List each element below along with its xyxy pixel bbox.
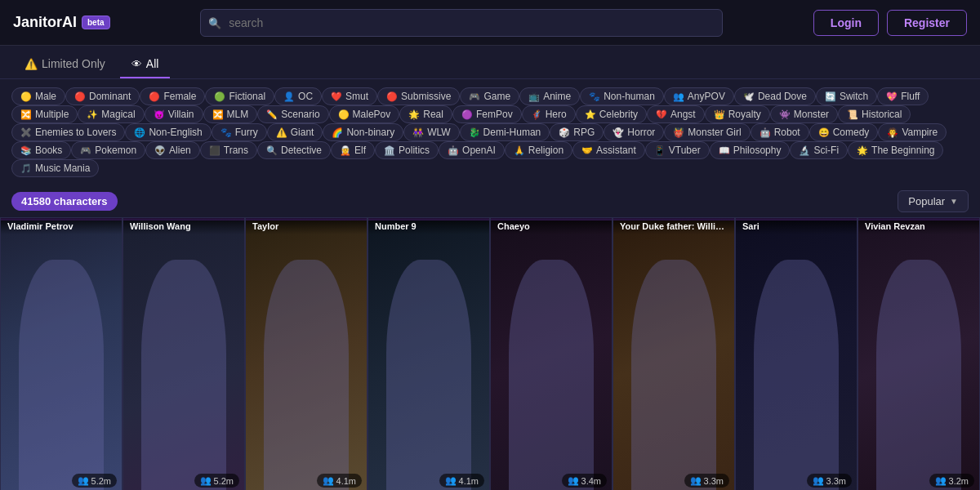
card-stats: 👥 4.1m (317, 474, 362, 488)
tag-philosophy[interactable]: 📖Philosophy (710, 141, 791, 159)
tag-label: Hero (546, 109, 567, 120)
tag-male[interactable]: 🟡Male (11, 87, 65, 105)
tag-wlw[interactable]: 👭WLW (403, 123, 459, 141)
character-card[interactable]: Sari 👥 3.3m (735, 217, 858, 490)
stats-icon: 👥 (568, 475, 579, 486)
tag-the-beginning[interactable]: 🌟The Beginning (848, 141, 943, 159)
tag-label: Switch (840, 91, 868, 102)
tag-switch[interactable]: 🔄Switch (816, 87, 877, 105)
stats-icon: 👥 (813, 475, 824, 486)
tag-rpg[interactable]: 🎲RPG (550, 123, 604, 141)
tag-label: Politics (399, 145, 430, 156)
tag-fluff[interactable]: 💖Fluff (877, 87, 929, 105)
tag-vtuber[interactable]: 📱VTuber (645, 141, 710, 159)
tag-anypov[interactable]: 👥AnyPOV (664, 87, 734, 105)
header-buttons: Login Register (813, 10, 967, 36)
card-character-name: Willison Wang (123, 218, 244, 234)
tab-limited[interactable]: ⚠️ Limited Only (13, 52, 117, 78)
tag-sci-fi[interactable]: 🔬Sci-Fi (790, 141, 848, 159)
tag-mlm[interactable]: 🔀MLM (203, 105, 258, 123)
tag-non-human[interactable]: 🐾Non-human (580, 87, 664, 105)
character-card[interactable]: Chaeyo 👥 3.4m (490, 217, 612, 490)
tag-enemies-to-lovers[interactable]: ✖️Enemies to Lovers (11, 123, 125, 141)
tag-comedy[interactable]: 😄Comedy (809, 123, 879, 141)
tag-villain[interactable]: 😈Villain (145, 105, 203, 123)
cards-area: Vladimir Petrov 👥 5.2m Willison Wang 👥 5… (0, 217, 980, 490)
tag-label: Religion (528, 145, 564, 156)
tag-vampire[interactable]: 🧛Vampire (878, 123, 947, 141)
tag-celebrity[interactable]: ⭐Celebrity (576, 105, 647, 123)
tag-assistant[interactable]: 🤝Assistant (572, 141, 645, 159)
card-bg (491, 218, 612, 490)
tag-non-binary[interactable]: 🌈Non-binary (323, 123, 403, 141)
tag-alien[interactable]: 👽Alien (145, 141, 200, 159)
tag-submissive[interactable]: 🔴Submissive (377, 87, 460, 105)
tag-trans[interactable]: ⬛Trans (200, 141, 257, 159)
tag-horror[interactable]: 👻Horror (604, 123, 664, 141)
card-bg (368, 218, 489, 490)
tag-label: Multiple (35, 109, 69, 120)
tag-emoji: 🐉 (469, 127, 480, 138)
sort-selector[interactable]: Popular ▼ (898, 190, 969, 212)
tag-monster-girl[interactable]: 👹Monster Girl (664, 123, 750, 141)
tag-pokemon[interactable]: 🎮Pokemon (71, 141, 145, 159)
tag-elf[interactable]: 🧝Elf (331, 141, 375, 159)
tag-oc[interactable]: 👤OC (274, 87, 322, 105)
tag-emoji: 👻 (612, 127, 624, 138)
tag-giant[interactable]: ⚠️Giant (267, 123, 323, 141)
tag-emoji: 🟡 (338, 109, 350, 120)
tag-royalty[interactable]: 👑Royalty (705, 105, 770, 123)
search-input[interactable] (200, 9, 723, 37)
character-card[interactable]: Taylor 👥 4.1m (245, 217, 368, 490)
tag-detective[interactable]: 🔍Detective (257, 141, 331, 159)
silhouette (264, 260, 349, 490)
character-card[interactable]: Your Duke father: William V 👥 3.3m (612, 217, 735, 490)
tag-books[interactable]: 📚Books (11, 141, 71, 159)
character-card[interactable]: Vivian Revzan 👥 3.2m (858, 217, 980, 490)
card-character-name: Chaeyo (491, 218, 612, 234)
tag-emoji: 👾 (779, 109, 791, 120)
tag-non-english[interactable]: 🌐Non-English (125, 123, 211, 141)
tag-dominant[interactable]: 🔴Dominant (65, 87, 140, 105)
tag-hero[interactable]: 🦸Hero (522, 105, 576, 123)
tag-label: Male (35, 91, 56, 102)
tag-game[interactable]: 🎮Game (460, 87, 519, 105)
tag-female[interactable]: 🔴Female (140, 87, 205, 105)
character-card[interactable]: Willison Wang 👥 5.2m (122, 217, 245, 490)
tag-music-mania[interactable]: 🎵Music Mania (11, 159, 99, 177)
tag-furry[interactable]: 🐾Furry (212, 123, 267, 141)
tag-monster[interactable]: 👾Monster (770, 105, 838, 123)
tag-magical[interactable]: ✨Magical (78, 105, 144, 123)
tag-emoji: 🌟 (408, 109, 420, 120)
tag-label: Horror (627, 127, 655, 138)
tag-dead-dove[interactable]: 🕊️Dead Dove (734, 87, 816, 105)
tag-emoji: 🎮 (80, 145, 91, 156)
tag-openai[interactable]: 🤖OpenAI (439, 141, 505, 159)
tag-robot[interactable]: 🤖Robot (751, 123, 809, 141)
stats-icon: 👥 (323, 475, 334, 486)
silhouette (19, 260, 104, 490)
tag-angst[interactable]: 💔Angst (647, 105, 705, 123)
tag-emoji: 🤖 (760, 127, 771, 138)
tag-scenario[interactable]: ✏️Scenario (257, 105, 328, 123)
character-card[interactable]: Number 9 👥 4.1m (368, 217, 490, 490)
tag-malepov[interactable]: 🟡MalePov (329, 105, 400, 123)
tab-all[interactable]: 👁 All (120, 52, 171, 78)
tag-fempov[interactable]: 🟣FemPov (452, 105, 522, 123)
tag-smut[interactable]: ❤️Smut (322, 87, 377, 105)
tag-demi-human[interactable]: 🐉Demi-Human (460, 123, 550, 141)
tag-label: Celebrity (599, 109, 638, 120)
login-button[interactable]: Login (813, 10, 879, 36)
tag-anime[interactable]: 📺Anime (519, 87, 580, 105)
tag-emoji: 😄 (818, 127, 830, 138)
tag-historical[interactable]: 📜Historical (838, 105, 911, 123)
character-card[interactable]: Vladimir Petrov 👥 5.2m (0, 217, 122, 490)
tag-religion[interactable]: 🙏Religion (505, 141, 572, 159)
tag-fictional[interactable]: 🟢Fictional (205, 87, 274, 105)
register-button[interactable]: Register (887, 10, 967, 36)
tag-real[interactable]: 🌟Real (399, 105, 452, 123)
tag-multiple[interactable]: 🔀Multiple (11, 105, 78, 123)
tag-politics[interactable]: 🏛️Politics (375, 141, 439, 159)
stats-value: 4.1m (459, 476, 479, 486)
card-stats: 👥 4.1m (439, 474, 484, 488)
